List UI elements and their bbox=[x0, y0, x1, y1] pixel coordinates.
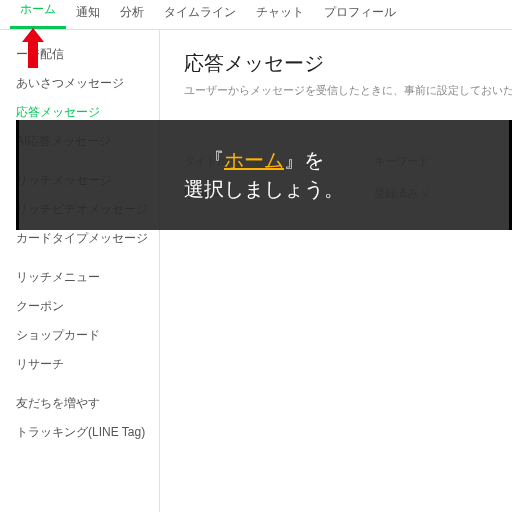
tutorial-overlay: 『ホーム』を 選択しましょう。 bbox=[16, 120, 512, 230]
top-nav: ホーム 通知 分析 タイムライン チャット プロフィール bbox=[0, 0, 512, 30]
sidebar-item-gain-friends[interactable]: 友だちを増やす bbox=[0, 389, 159, 418]
tab-analytics[interactable]: 分析 bbox=[110, 0, 154, 29]
page-description: ユーザーからメッセージを受信したときに、事前に設定しておいたメッセージで返信す bbox=[184, 83, 488, 98]
tutorial-line1: 『ホーム』を bbox=[204, 147, 324, 174]
page-title: 応答メッセージ bbox=[184, 50, 488, 77]
sidebar-item-research[interactable]: リサーチ bbox=[0, 350, 159, 379]
sidebar-item-rich-menu[interactable]: リッチメニュー bbox=[0, 263, 159, 292]
tab-profile[interactable]: プロフィール bbox=[314, 0, 406, 29]
sidebar: ージ配信 あいさつメッセージ 応答メッセージ AI応答メッセージ リッチメッセー… bbox=[0, 30, 160, 512]
sidebar-item-coupon[interactable]: クーポン bbox=[0, 292, 159, 321]
tutorial-arrow-icon bbox=[22, 28, 44, 68]
main-content: 応答メッセージ ユーザーからメッセージを受信したときに、事前に設定しておいたメッ… bbox=[160, 30, 512, 512]
tutorial-line2: 選択しましょう。 bbox=[184, 176, 344, 203]
sidebar-sep bbox=[0, 379, 159, 389]
tab-notifications[interactable]: 通知 bbox=[66, 0, 110, 29]
tutorial-highlight: ホーム bbox=[224, 149, 284, 171]
sidebar-item-greeting[interactable]: あいさつメッセージ bbox=[0, 69, 159, 98]
tab-home[interactable]: ホーム bbox=[10, 0, 66, 29]
tab-chat[interactable]: チャット bbox=[246, 0, 314, 29]
sidebar-item-tracking[interactable]: トラッキング(LINE Tag) bbox=[0, 418, 159, 447]
tab-timeline[interactable]: タイムライン bbox=[154, 0, 246, 29]
sidebar-item-shop-card[interactable]: ショップカード bbox=[0, 321, 159, 350]
sidebar-sep bbox=[0, 253, 159, 263]
